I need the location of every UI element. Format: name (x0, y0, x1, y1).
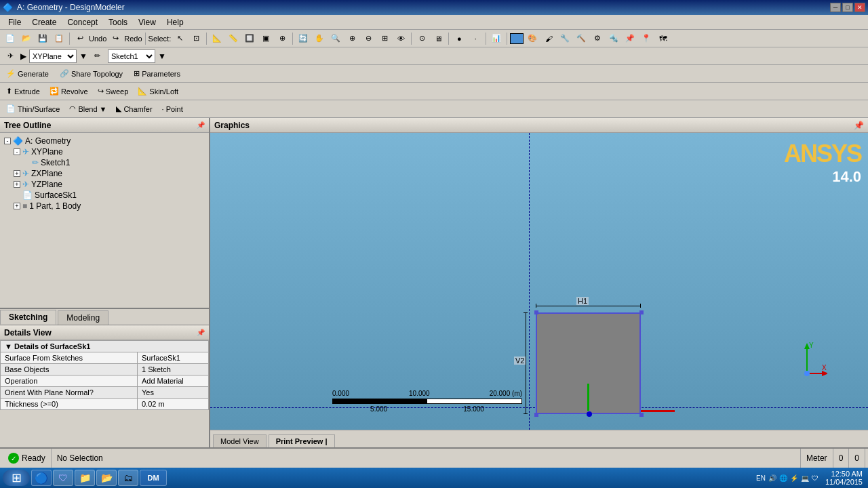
select-mode-btn[interactable]: ↖ (172, 31, 187, 46)
taskbar-app-dm[interactable]: DM (140, 470, 167, 486)
sketch-icon[interactable]: ✏ (90, 49, 105, 64)
tree-expand-yzplane[interactable]: + (14, 181, 20, 188)
details-value-0[interactable]: SurfaceSk1 (137, 352, 208, 364)
tool-btn6[interactable]: 📍 (639, 31, 654, 46)
taskbar-app-files[interactable]: 🗂 (118, 470, 138, 486)
dot-btn[interactable]: · (468, 31, 483, 46)
taskbar-app-ansys[interactable]: 🔵 (31, 470, 52, 486)
sketch-select[interactable]: Sketch1 (108, 49, 155, 63)
window-controls[interactable]: ─ □ ✕ (830, 3, 865, 12)
select-mode2-btn[interactable]: ⊡ (189, 31, 203, 46)
tab-model-view[interactable]: Model View (213, 434, 267, 447)
revolve-button[interactable]: 🔁 Revolve (46, 84, 92, 99)
extrude-button[interactable]: ⬆ Extrude (3, 84, 43, 99)
details-pin-button[interactable]: 📌 (197, 329, 205, 336)
details-section-expand[interactable]: ▼ (5, 342, 12, 350)
zoom-out-btn[interactable]: ⊖ (361, 31, 376, 46)
display-btn[interactable]: 🖥 (431, 31, 446, 46)
color-btn2[interactable]: 🖌 (541, 31, 556, 46)
tool-btn4[interactable]: 🔩 (606, 31, 621, 46)
tool-btn3[interactable]: ⚙ (590, 31, 605, 46)
sketch-dropdown-icon[interactable]: ▼ (158, 52, 166, 61)
start-button[interactable]: ⊞ (3, 470, 30, 486)
view-btn[interactable]: 👁 (393, 31, 408, 46)
viewport[interactable]: ANSYS 14.0 H1 V2 (210, 133, 868, 430)
tree-item-body[interactable]: + ■ 1 Part, 1 Body (12, 201, 206, 211)
zoom-in-btn[interactable]: ⊕ (344, 31, 359, 46)
tree-item-root[interactable]: - 🔷 A: Geometry (3, 136, 206, 146)
tree-item-sketch1[interactable]: ✏ Sketch1 (22, 157, 206, 168)
chamfer-button[interactable]: ◣ Chamfer (113, 102, 155, 117)
thin-surface-button[interactable]: 📄 Thin/Surface (3, 102, 63, 117)
tree-item-surfacesk1[interactable]: 📄 SurfaceSk1 (12, 190, 206, 201)
menu-view[interactable]: View (133, 16, 161, 28)
tree-expand-xyplane[interactable]: - (14, 148, 20, 155)
tab-print-preview[interactable]: Print Preview | (269, 434, 335, 447)
generate-button[interactable]: ⚡ Generate (3, 66, 52, 81)
tree-expand-root[interactable]: - (4, 138, 11, 144)
parameters-button[interactable]: ⊞ Parameters (130, 66, 184, 81)
close-button[interactable]: ✕ (854, 3, 865, 12)
tool-btn7[interactable]: 🗺 (655, 31, 670, 46)
zoom-fit-btn[interactable]: 🔍 (328, 31, 343, 46)
tb-btn5[interactable]: ⊕ (275, 31, 290, 46)
tree-pin-button[interactable]: 📌 (197, 121, 205, 129)
taskbar-app-shield[interactable]: 🛡 (53, 470, 73, 486)
pan-btn[interactable]: ✋ (312, 31, 327, 46)
tree-item-yzplane[interactable]: + ✈ YZPlane (12, 179, 206, 190)
tab-modeling[interactable]: Modeling (58, 310, 108, 325)
open-button[interactable]: 📂 (19, 31, 34, 46)
tool-btn2[interactable]: 🔨 (574, 31, 589, 46)
tree-expand-zxplane[interactable]: + (14, 170, 20, 177)
point-button[interactable]: · Point (159, 102, 186, 117)
redo-button[interactable]: ↪ (108, 31, 123, 46)
rotate-btn[interactable]: 🔄 (296, 31, 311, 46)
save-button[interactable]: 💾 (35, 31, 50, 46)
status-unit-section: Meter (801, 449, 833, 468)
tree-item-xyplane[interactable]: - ✈ XYPlane (12, 146, 206, 157)
tree-expand-body[interactable]: + (14, 203, 20, 209)
tb-btn1[interactable]: 📐 (210, 31, 224, 46)
details-value-1[interactable]: 1 Sketch (137, 364, 208, 375)
tree-item-zxplane[interactable]: + ✈ ZXPlane (12, 168, 206, 179)
plane-icon[interactable]: ✈ (3, 49, 18, 64)
menu-concept[interactable]: Concept (62, 16, 103, 28)
sweep-button[interactable]: ↪ Sweep (94, 84, 132, 99)
tb-btn2[interactable]: 📏 (226, 31, 241, 46)
details-value-2[interactable]: Add Material (137, 375, 208, 387)
minimize-button[interactable]: ─ (830, 3, 841, 12)
status-text: Ready (22, 453, 45, 463)
details-value-3[interactable]: Yes (137, 387, 208, 399)
axis-indicator: Y X (787, 340, 827, 382)
menu-help[interactable]: Help (161, 16, 189, 28)
maximize-button[interactable]: □ (842, 3, 853, 12)
zoom-box-btn[interactable]: ⊞ (377, 31, 392, 46)
measure-btn[interactable]: 📊 (489, 31, 504, 46)
plane-dropdown-icon[interactable]: ▼ (79, 52, 87, 61)
taskbar-app-folder1[interactable]: 📁 (75, 470, 95, 486)
sphere-btn[interactable]: ● (452, 31, 467, 46)
blend-dropdown[interactable]: ▼ (100, 105, 107, 113)
point-mid-bottom (587, 411, 592, 417)
save-as-button[interactable]: 📋 (52, 31, 66, 46)
color-swatch[interactable] (510, 33, 524, 44)
tab-sketching[interactable]: Sketching (0, 310, 56, 325)
graphics-pin[interactable]: 📌 (854, 121, 864, 130)
tool-btn5[interactable]: 📌 (623, 31, 637, 46)
color-btn[interactable]: 🎨 (525, 31, 540, 46)
tb-btn3[interactable]: 🔲 (242, 31, 257, 46)
taskbar-app-folder2[interactable]: 📂 (96, 470, 117, 486)
plane-select[interactable]: XYPlane (29, 49, 77, 63)
menu-tools[interactable]: Tools (103, 16, 133, 28)
skin-loft-button[interactable]: 📐 Skin/Loft (134, 84, 182, 99)
tool-btn1[interactable]: 🔧 (557, 31, 572, 46)
details-value-4[interactable]: 0.02 m (137, 399, 208, 410)
undo-button[interactable]: ↩ (73, 31, 87, 46)
look-at-btn[interactable]: ⊙ (414, 31, 429, 46)
blend-button[interactable]: ◠ Blend ▼ (66, 102, 110, 117)
tb-btn4[interactable]: ▣ (258, 31, 273, 46)
share-topology-button[interactable]: 🔗 Share Topology (56, 66, 126, 81)
menu-create[interactable]: Create (26, 16, 62, 28)
menu-file[interactable]: File (3, 16, 26, 28)
new-button[interactable]: 📄 (3, 31, 18, 46)
